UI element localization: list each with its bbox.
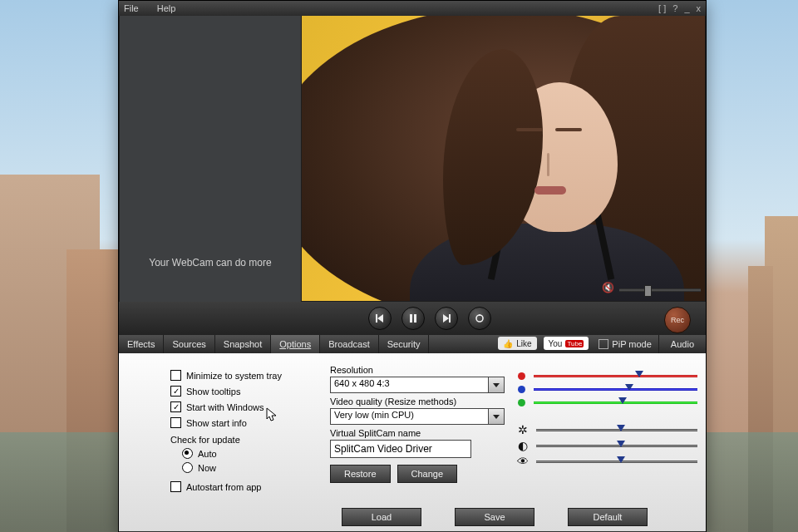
checkbox-icon	[170, 401, 181, 412]
checkbox-icon	[170, 370, 181, 381]
tab-security[interactable]: Security	[379, 335, 430, 353]
volume-slider[interactable]	[619, 288, 701, 292]
change-button[interactable]: Change	[397, 465, 458, 483]
red-dot-icon	[518, 372, 525, 380]
tab-audio[interactable]: Audio	[658, 335, 706, 353]
app-window: File Help [ ] ? _ x Your WebCam can do m…	[118, 0, 707, 532]
checkbox-icon	[598, 339, 608, 349]
chevron-down-icon	[488, 377, 504, 392]
quality-value: Very low (min CPU)	[331, 409, 488, 424]
check-update-label: Check for update	[170, 435, 323, 445]
video-preview[interactable]	[302, 16, 706, 302]
brightness-icon: ✲	[518, 425, 528, 435]
left-panel: Your WebCam can do more	[119, 16, 302, 303]
quality-label: Video quality (Resize methods)	[330, 397, 505, 406]
checkbox-label: Minimize to system tray	[186, 371, 282, 381]
checkbox-label: Show tooltips	[186, 387, 240, 397]
menu-help[interactable]: Help	[157, 3, 176, 13]
resolution-label: Resolution	[330, 365, 505, 375]
minimize-tray-checkbox[interactable]: Minimize to system tray	[170, 370, 323, 381]
contrast-slider[interactable]	[536, 445, 697, 447]
pause-button[interactable]	[401, 307, 425, 330]
resolution-value: 640 x 480 4:3	[331, 377, 488, 392]
tab-broadcast[interactable]: Broadcast	[320, 335, 379, 353]
minimize-button[interactable]: _	[684, 3, 689, 13]
slider-thumb[interactable]	[617, 456, 625, 463]
help-button[interactable]: ?	[672, 3, 677, 13]
next-button[interactable]	[435, 307, 458, 330]
radio-icon	[182, 462, 193, 473]
restore-button[interactable]: Restore	[330, 465, 391, 483]
update-now-radio[interactable]: Now	[182, 462, 323, 473]
checkbox-icon	[170, 481, 181, 492]
show-start-info-checkbox[interactable]: Show start info	[170, 417, 323, 428]
tab-effects[interactable]: Effects	[119, 335, 164, 353]
slider-thumb[interactable]	[617, 425, 625, 431]
blue-dot-icon	[518, 386, 525, 393]
desktop-wallpaper: File Help [ ] ? _ x Your WebCam can do m…	[0, 0, 798, 532]
like-button[interactable]: 👍Like	[498, 337, 536, 350]
volume-icon[interactable]: 🔇	[602, 282, 614, 293]
volume-thumb[interactable]	[644, 285, 652, 297]
playback-controls: Rec	[119, 302, 706, 335]
radio-label: Now	[198, 463, 216, 473]
resolution-select[interactable]: 640 x 480 4:3	[330, 377, 505, 393]
checkbox-label: Autostart from app	[186, 482, 262, 492]
start-windows-checkbox[interactable]: Start with Windows	[170, 401, 323, 412]
tab-sources[interactable]: Sources	[164, 335, 214, 353]
update-auto-radio[interactable]: Auto	[182, 448, 323, 459]
close-button[interactable]: x	[697, 3, 702, 13]
red-slider[interactable]	[534, 375, 697, 377]
contrast-icon: ◐	[518, 441, 528, 451]
green-slider[interactable]	[534, 401, 697, 404]
autostart-checkbox[interactable]: Autostart from app	[170, 481, 323, 492]
record-button[interactable]: Rec	[664, 307, 691, 333]
green-dot-icon	[518, 399, 525, 406]
default-button[interactable]: Default	[568, 508, 648, 526]
eye-icon: 👁	[518, 456, 528, 466]
color-sliders: ✲ ◐ 👁	[518, 367, 697, 472]
checkbox-label: Start with Windows	[186, 402, 264, 412]
checkbox-label: Show start info	[186, 418, 247, 428]
prev-button[interactable]	[368, 307, 392, 330]
radio-icon	[182, 448, 193, 459]
tab-snapshot[interactable]: Snapshot	[215, 335, 271, 353]
promo-text: Your WebCam can do more	[120, 257, 301, 268]
slider-thumb[interactable]	[618, 397, 627, 404]
slider-thumb[interactable]	[617, 441, 625, 447]
slider-thumb[interactable]	[635, 371, 643, 377]
chevron-down-icon	[488, 409, 504, 424]
blue-slider[interactable]	[534, 388, 697, 391]
thumbs-up-icon: 👍	[503, 339, 513, 348]
checkbox-icon	[170, 417, 181, 428]
virtual-name-label: Virtual SplitCam name	[330, 428, 505, 438]
slider-thumb[interactable]	[625, 384, 633, 391]
checkbox-icon	[170, 386, 181, 397]
virtual-name-input[interactable]	[330, 440, 471, 458]
gamma-slider[interactable]	[536, 461, 697, 463]
tab-bar: Effects Sources Snapshot Options Broadca…	[119, 335, 706, 353]
menu-file[interactable]: File	[124, 3, 139, 13]
brackets-button[interactable]: [ ]	[658, 3, 666, 13]
youtube-button[interactable]: YouTube	[544, 337, 589, 350]
quality-select[interactable]: Very low (min CPU)	[330, 408, 505, 425]
titlebar[interactable]: File Help [ ] ? _ x	[119, 1, 706, 16]
radio-label: Auto	[198, 449, 217, 459]
show-tooltips-checkbox[interactable]: Show tooltips	[170, 386, 323, 397]
svg-point-0	[476, 315, 483, 322]
pip-checkbox[interactable]: PiP mode	[598, 335, 652, 353]
tab-options[interactable]: Options	[271, 335, 320, 353]
snapshot-button[interactable]	[468, 307, 491, 330]
save-button[interactable]: Save	[455, 508, 534, 526]
brightness-slider[interactable]	[536, 429, 697, 431]
options-panel: Minimize to system tray Show tooltips St…	[119, 353, 706, 531]
load-button[interactable]: Load	[342, 508, 421, 526]
